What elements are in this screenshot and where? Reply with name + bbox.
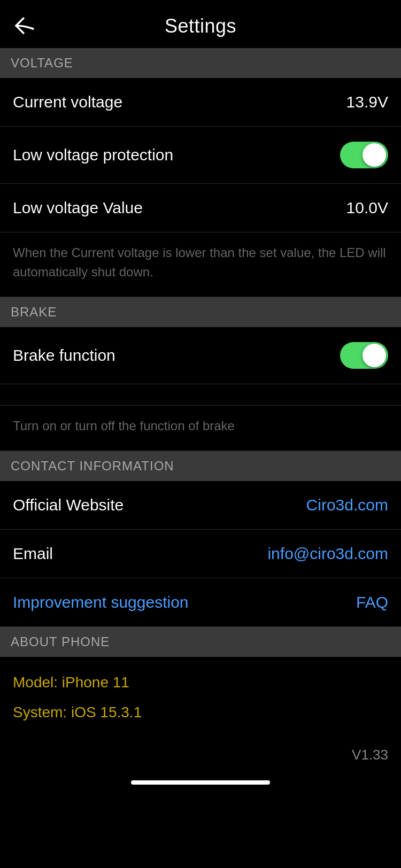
low-voltage-value-value: 10.0V <box>346 199 388 217</box>
home-bar <box>131 780 270 785</box>
version-row: V1.33 <box>0 738 401 772</box>
system-line: System: iOS 15.3.1 <box>13 698 388 727</box>
header: Settings <box>0 0 401 48</box>
voltage-description-row: When the Current voltage is lower than t… <box>0 232 401 297</box>
version-text: V1.33 <box>352 747 388 763</box>
official-website-value[interactable]: Ciro3d.com <box>306 496 388 514</box>
model-line: Model: iPhone 11 <box>13 668 388 698</box>
official-website-row[interactable]: Official Website Ciro3d.com <box>0 481 401 530</box>
improvement-row[interactable]: Improvement suggestion FAQ <box>0 578 401 627</box>
brake-description-row: Turn on or turn off the function of brak… <box>0 406 401 451</box>
brake-spacer <box>0 384 401 406</box>
current-voltage-label: Current voltage <box>13 93 122 111</box>
toggle-knob-brake <box>363 344 386 367</box>
section-voltage: VOLTAGE <box>0 48 401 78</box>
official-website-label: Official Website <box>13 496 124 514</box>
email-label: Email <box>13 545 53 563</box>
current-voltage-value: 13.9V <box>346 93 388 111</box>
home-indicator <box>0 772 401 797</box>
back-icon <box>13 16 36 35</box>
section-contact: CONTACT INFORMATION <box>0 451 401 481</box>
section-brake: BRAKE <box>0 297 401 327</box>
brake-description: Turn on or turn off the function of brak… <box>13 418 235 433</box>
low-voltage-protection-row: Low voltage protection <box>0 127 401 184</box>
low-voltage-protection-label: Low voltage protection <box>13 146 173 164</box>
toggle-knob <box>363 143 386 167</box>
section-about: ABOUT PHONE <box>0 627 401 657</box>
current-voltage-row: Current voltage 13.9V <box>0 78 401 127</box>
brake-function-row: Brake function <box>0 327 401 384</box>
email-row[interactable]: Email info@ciro3d.com <box>0 530 401 578</box>
brake-function-label: Brake function <box>13 346 115 365</box>
low-voltage-value-row: Low voltage Value 10.0V <box>0 184 401 232</box>
about-phone-row: Model: iPhone 11 System: iOS 15.3.1 <box>0 657 401 738</box>
email-value[interactable]: info@ciro3d.com <box>267 545 388 563</box>
brake-function-toggle[interactable] <box>340 342 388 369</box>
voltage-description: When the Current voltage is lower than t… <box>13 245 386 279</box>
low-voltage-protection-toggle[interactable] <box>340 142 388 168</box>
page-title: Settings <box>165 15 236 37</box>
low-voltage-value-label: Low voltage Value <box>13 199 143 217</box>
back-button[interactable] <box>13 16 36 37</box>
improvement-label[interactable]: Improvement suggestion <box>13 593 189 611</box>
faq-value[interactable]: FAQ <box>356 593 388 611</box>
